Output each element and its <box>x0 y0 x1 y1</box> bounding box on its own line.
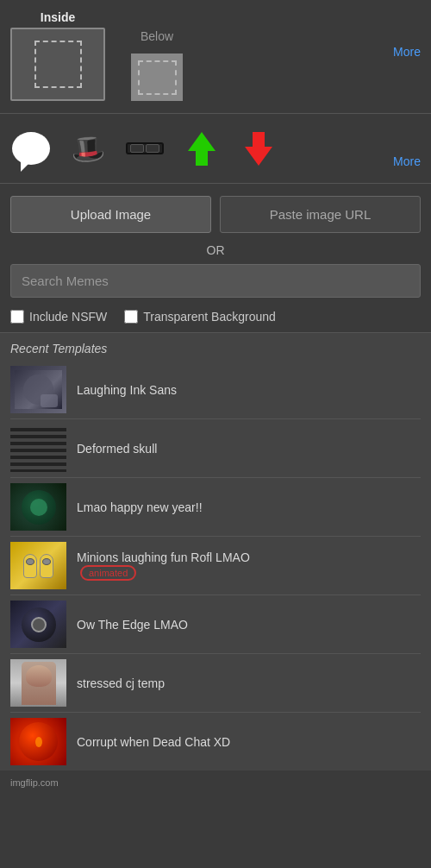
transparent-bg-checkbox-label[interactable]: Transparent Background <box>124 310 276 324</box>
template-name-corrupt-when-dead: Corrupt when Dead Chat XD <box>77 735 421 749</box>
template-thumb-minions-laughing <box>10 542 66 589</box>
sunglasses-icon <box>126 142 164 154</box>
nsfw-checkbox[interactable] <box>10 310 24 324</box>
template-thumb-laughing-ink-sans <box>10 366 66 413</box>
template-position-tabs: Inside Below More <box>0 0 431 108</box>
template-name-lmao-happy-new-year: Lmao happy new year!! <box>77 500 421 514</box>
template-item-ow-the-edge[interactable]: Ow The Edge LMAO <box>10 595 421 654</box>
minions-name-container: Minions laughing fun Rofl LMAO animated <box>77 550 421 581</box>
speech-bubble-icon <box>12 132 50 165</box>
template-name-deformed-skull: Deformed skull <box>77 442 421 456</box>
template-item-laughing-ink-sans[interactable]: Laughing Ink Sans <box>10 361 421 419</box>
animated-badge: animated <box>80 565 136 581</box>
paste-url-button[interactable]: Paste image URL <box>220 196 421 233</box>
transparent-bg-label-text: Transparent Background <box>143 310 276 324</box>
imgflip-watermark: imgflip.com <box>0 771 431 795</box>
recent-templates-section: Recent Templates Laughing Ink Sans Defor… <box>0 332 431 771</box>
template-item-deformed-skull[interactable]: Deformed skull <box>10 419 421 478</box>
upload-image-button[interactable]: Upload Image <box>10 196 211 233</box>
template-name-minions-laughing: Minions laughing fun Rofl LMAO <box>77 550 421 564</box>
checkboxes-row: Include NSFW Transparent Background <box>0 305 431 332</box>
template-thumb-deformed-skull <box>10 425 66 472</box>
stickers-section: 🎩 More <box>0 119 431 178</box>
inside-tab-label: Inside <box>41 10 75 24</box>
tabs-more-link[interactable]: More <box>393 45 421 59</box>
or-separator: OR <box>0 240 431 261</box>
template-thumb-ow-the-edge <box>10 601 66 648</box>
template-name-ow-the-edge: Ow The Edge LMAO <box>77 618 421 632</box>
inside-tab-preview[interactable] <box>10 28 105 101</box>
divider-1 <box>0 113 431 114</box>
template-item-minions-laughing[interactable]: Minions laughing fun Rofl LMAO animated <box>10 537 421 595</box>
template-item-stressed-cj[interactable]: stressed cj temp <box>10 654 421 713</box>
nsfw-label-text: Include NSFW <box>29 310 107 324</box>
search-row <box>0 261 431 305</box>
template-thumb-stressed-cj <box>10 659 66 707</box>
down-arrow-sticker[interactable] <box>238 128 279 169</box>
inside-preview-dashed <box>34 41 82 88</box>
scumbag-hat-sticker[interactable]: 🎩 <box>67 128 109 169</box>
down-arrow-icon <box>245 132 272 166</box>
below-tab-preview[interactable] <box>131 53 183 101</box>
template-item-corrupt-when-dead[interactable]: Corrupt when Dead Chat XD <box>10 713 421 771</box>
inside-tab-group[interactable]: Inside <box>10 10 105 101</box>
template-thumb-lmao-happy-new-year <box>10 483 66 531</box>
below-preview-dashed <box>138 60 177 95</box>
upload-paste-row: Upload Image Paste image URL <box>0 189 431 240</box>
below-tab-label: Below <box>141 29 173 43</box>
transparent-bg-checkbox[interactable] <box>124 310 138 324</box>
scumbag-hat-icon: 🎩 <box>69 130 106 166</box>
stickers-more-link[interactable]: More <box>393 154 421 168</box>
template-name-stressed-cj: stressed cj temp <box>77 676 421 690</box>
below-tab-group[interactable]: Below <box>131 29 183 101</box>
speech-bubble-sticker[interactable] <box>10 128 52 169</box>
template-name-laughing-ink-sans: Laughing Ink Sans <box>77 383 421 397</box>
search-memes-input[interactable] <box>10 264 421 298</box>
template-thumb-corrupt-when-dead <box>10 718 66 765</box>
sunglasses-sticker[interactable] <box>124 128 166 169</box>
template-item-lmao-happy-new-year[interactable]: Lmao happy new year!! <box>10 478 421 537</box>
divider-2 <box>0 183 431 184</box>
up-arrow-sticker[interactable] <box>181 128 222 169</box>
recent-templates-title: Recent Templates <box>10 342 421 355</box>
nsfw-checkbox-label[interactable]: Include NSFW <box>10 310 107 324</box>
up-arrow-icon <box>188 132 216 166</box>
